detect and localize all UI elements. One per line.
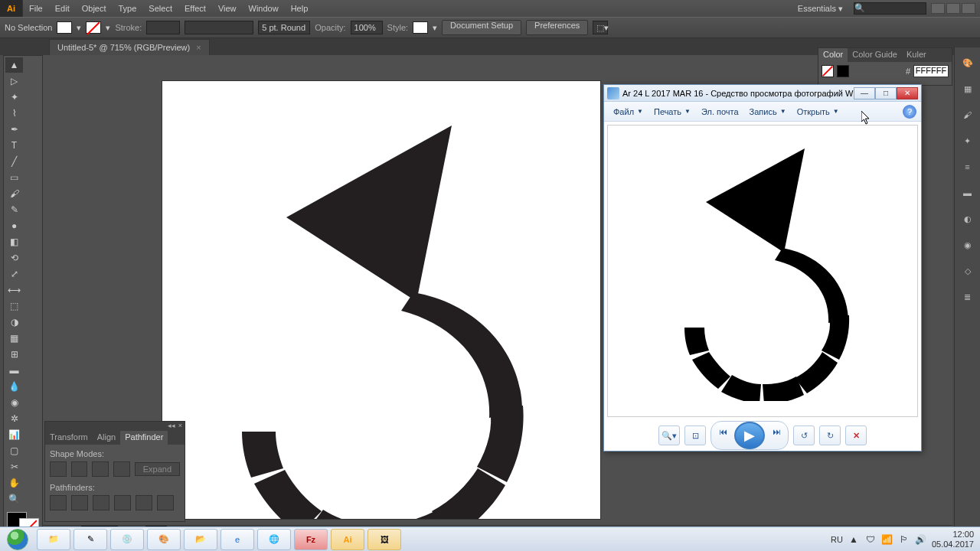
direct-selection-tool[interactable]: ▷	[5, 73, 23, 89]
symbol-sprayer-tool[interactable]: ✲	[5, 411, 23, 426]
zoom-button[interactable]: 🔍▾	[658, 425, 680, 445]
slice-tool[interactable]: ✂	[5, 459, 23, 474]
swatches-panel-icon[interactable]: ▦	[960, 81, 975, 96]
menu-object[interactable]: Object	[76, 4, 113, 13]
viewer-maximize-button[interactable]: □	[875, 87, 897, 99]
type-tool[interactable]: T	[5, 138, 23, 153]
color-tab[interactable]: Color	[818, 48, 848, 62]
rotate-tool[interactable]: ⟲	[5, 250, 23, 266]
taskbar-app-3[interactable]: 💿	[110, 529, 144, 550]
viewer-open-menu[interactable]: Открыть▼	[792, 105, 844, 119]
start-button[interactable]	[0, 527, 35, 552]
menu-help[interactable]: Help	[285, 4, 315, 13]
scale-tool[interactable]: ⤢	[5, 266, 23, 282]
menu-type[interactable]: Type	[113, 4, 143, 13]
taskbar-ie[interactable]: e	[220, 529, 254, 550]
eraser-tool[interactable]: ◧	[5, 234, 23, 249]
paintbrush-tool[interactable]: 🖌	[5, 186, 23, 201]
outline-button[interactable]	[136, 495, 152, 510]
taskbar-app-1[interactable]: 📁	[37, 529, 70, 550]
viewer-minimize-button[interactable]: —	[854, 87, 875, 99]
taskbar-illustrator[interactable]: Ai	[331, 529, 364, 550]
tray-icon-action[interactable]: 🏳	[898, 533, 910, 546]
slideshow-button[interactable]: ▶	[734, 422, 765, 449]
window-close[interactable]	[962, 3, 975, 14]
panel-fill-swatch[interactable]	[822, 65, 834, 77]
artboard[interactable]	[162, 81, 600, 519]
viewer-file-menu[interactable]: Файл▼	[609, 105, 648, 119]
align-to-dropdown[interactable]: ⬚▾	[593, 21, 608, 34]
opacity-field[interactable]: 100%	[351, 21, 383, 34]
viewer-burn-menu[interactable]: Запись▼	[745, 105, 791, 119]
document-setup-button[interactable]: Document Setup	[442, 20, 521, 35]
taskbar-photo-viewer[interactable]: 🖼	[368, 529, 401, 550]
search-field[interactable]: 🔍	[854, 2, 926, 15]
gradient-tool[interactable]: ▬	[5, 363, 23, 378]
graphic-styles-panel-icon[interactable]: ◇	[960, 263, 975, 279]
selection-tool[interactable]: ▲	[5, 57, 23, 73]
panel-close-icon[interactable]: ×	[178, 422, 182, 431]
pen-tool[interactable]: ✒	[5, 122, 23, 137]
panel-stroke-swatch[interactable]	[837, 65, 849, 77]
zoom-tool[interactable]: 🔍	[5, 491, 23, 507]
minus-front-button[interactable]	[71, 461, 88, 477]
taskbar-app-2[interactable]: ✎	[74, 529, 107, 550]
delete-button[interactable]: ✕	[845, 425, 867, 445]
intersect-button[interactable]	[92, 461, 109, 477]
window-minimize[interactable]	[931, 3, 945, 14]
shape-builder-tool[interactable]: ◑	[5, 315, 23, 330]
rectangle-tool[interactable]: ▭	[5, 170, 23, 185]
clock[interactable]: 12:00 05.04.2017	[932, 530, 974, 548]
photo-viewer-titlebar[interactable]: Ar 24 L 2017 MAR 16 - Средство просмотра…	[604, 85, 921, 102]
perspective-grid-tool[interactable]: ▦	[5, 331, 23, 346]
stroke-swatch[interactable]	[86, 21, 101, 34]
trim-button[interactable]	[71, 495, 88, 510]
magic-wand-tool[interactable]: ✦	[5, 90, 23, 105]
tray-icon-antivirus[interactable]: 🛡	[864, 533, 877, 546]
transparency-panel-icon[interactable]: ◐	[960, 211, 975, 227]
artboard-tool[interactable]: ▢	[5, 443, 23, 458]
photo-viewer-image-area[interactable]	[607, 125, 918, 417]
tray-icon-network[interactable]: 📶	[881, 533, 893, 546]
stroke-panel-icon[interactable]: ≡	[960, 159, 975, 174]
blend-tool[interactable]: ◉	[5, 395, 23, 410]
actual-size-button[interactable]: ⊡	[684, 425, 706, 445]
document-tab-close[interactable]: ×	[196, 43, 201, 52]
menu-select[interactable]: Select	[142, 4, 178, 13]
taskbar-explorer[interactable]: 📂	[184, 529, 217, 550]
gradient-panel-icon[interactable]: ▬	[960, 185, 975, 201]
previous-button[interactable]: ⏮	[711, 422, 734, 442]
exclude-button[interactable]	[113, 461, 130, 477]
free-transform-tool[interactable]: ⬚	[5, 298, 23, 314]
pathfinder-tab[interactable]: Pathfinder	[120, 431, 168, 445]
window-maximize[interactable]	[946, 3, 960, 14]
variable-width-profile[interactable]	[185, 21, 253, 34]
color-guide-tab[interactable]: Color Guide	[848, 48, 902, 62]
lasso-tool[interactable]: ⌇	[5, 106, 23, 121]
taskbar-filezilla[interactable]: Fz	[294, 529, 328, 550]
hand-tool[interactable]: ✋	[5, 475, 23, 491]
appearance-panel-icon[interactable]: ◉	[960, 237, 975, 253]
align-tab[interactable]: Align	[93, 431, 120, 445]
layers-panel-icon[interactable]: ≣	[960, 289, 975, 305]
crop-button[interactable]	[114, 495, 131, 510]
viewer-print-menu[interactable]: Печать▼	[649, 105, 695, 119]
width-tool[interactable]: ⟷	[5, 282, 23, 298]
hex-input[interactable]: FFFFFF	[913, 65, 949, 77]
menu-window[interactable]: Window	[243, 4, 285, 13]
merge-button[interactable]	[93, 495, 109, 510]
menu-effect[interactable]: Effect	[178, 4, 212, 13]
panel-collapse-icon[interactable]: ◂◂	[168, 422, 175, 431]
column-graph-tool[interactable]: 📊	[5, 427, 23, 442]
lang-indicator[interactable]: RU	[831, 535, 843, 544]
rotate-cw-button[interactable]: ↻	[819, 425, 841, 445]
unite-button[interactable]	[50, 461, 67, 477]
pencil-tool[interactable]: ✎	[5, 202, 23, 217]
line-tool[interactable]: ╱	[5, 154, 23, 169]
tray-icon-volume[interactable]: 🔊	[915, 533, 927, 546]
rotate-ccw-button[interactable]: ↺	[793, 425, 815, 445]
mesh-tool[interactable]: ⊞	[5, 347, 23, 362]
next-button[interactable]: ⏭	[765, 422, 788, 442]
viewer-help-button[interactable]: ?	[903, 105, 916, 119]
brushes-panel-icon[interactable]: 🖌	[960, 107, 975, 122]
